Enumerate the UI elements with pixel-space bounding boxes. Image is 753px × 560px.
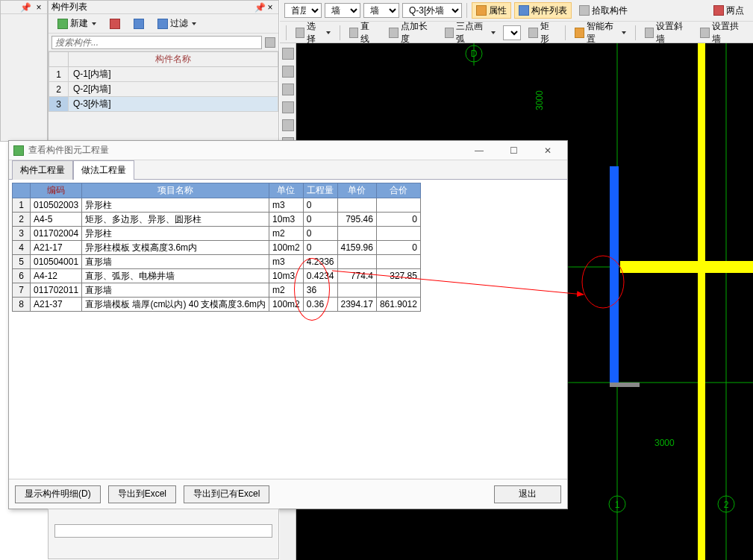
- table-row[interactable]: 1010502003异形柱m30: [13, 198, 421, 213]
- tab-component-qty[interactable]: 构件工程量: [12, 160, 73, 180]
- svg-text:3000: 3000: [534, 90, 545, 110]
- smart-layout-button[interactable]: 智能布置: [570, 25, 631, 41]
- svg-text:D: D: [471, 48, 478, 59]
- search-input[interactable]: [51, 36, 262, 49]
- left-narrow-panel: 📌 ×: [0, 0, 48, 142]
- close-icon[interactable]: ×: [34, 2, 44, 13]
- component-select[interactable]: Q-3[外墙: [402, 3, 462, 18]
- line-icon: [349, 28, 359, 38]
- table-row[interactable]: 5010504001直形墙m34.2336: [13, 255, 421, 269]
- bottom-panel-fragment: [48, 509, 279, 559]
- table-row[interactable]: 7011702011直形墙m236: [13, 283, 421, 298]
- arc3-button[interactable]: 三点画弧: [440, 25, 501, 41]
- chevron-down-icon: [92, 22, 96, 25]
- property-icon: [476, 5, 487, 16]
- maximize-button[interactable]: ☐: [499, 142, 528, 159]
- quantity-dialog: 查看构件图元工程量 — ☐ ✕ 构件工程量 做法工程量 编码 项目名称 单位 工…: [8, 140, 568, 509]
- chevron-down-icon: [326, 31, 331, 34]
- col-total: 合价: [376, 183, 420, 198]
- copy-button[interactable]: [129, 16, 149, 32]
- col-code: 编码: [31, 183, 82, 198]
- slant-icon: [645, 28, 654, 38]
- table-row[interactable]: 2A4-5矩形、多边形、异形、圆形柱10m30795.460: [13, 213, 421, 227]
- component-list-button[interactable]: 构件列表: [514, 2, 572, 19]
- tool-icon[interactable]: [282, 119, 294, 131]
- table-row[interactable]: 6A4-12直形、弧形、电梯井墙10m30.4234774.4327.85: [13, 269, 421, 283]
- panel-title: 构件列表: [51, 1, 254, 13]
- table-row[interactable]: 3011702004异形柱m20: [13, 227, 421, 241]
- filter-button[interactable]: 过滤: [153, 16, 201, 32]
- col-qty: 工程量: [303, 183, 337, 198]
- table-row[interactable]: 8A21-37直形墙模板 墙厚(cm以内) 40 支模高度3.6m内100m20…: [13, 298, 421, 312]
- attribute-button[interactable]: 属性: [472, 2, 511, 19]
- search-icon[interactable]: [265, 37, 275, 48]
- svg-rect-11: [620, 261, 753, 273]
- floor-select[interactable]: 首层: [284, 3, 322, 18]
- table-row[interactable]: 4A21-17异形柱模板 支模高度3.6m内100m204159.960: [13, 241, 421, 255]
- arc-mode-select[interactable]: [503, 25, 521, 40]
- pick-component-button[interactable]: 拾取构件: [575, 2, 632, 19]
- new-button[interactable]: 新建: [53, 16, 101, 32]
- col-price: 单价: [337, 183, 376, 198]
- arc-icon: [445, 28, 454, 38]
- chevron-down-icon: [622, 31, 626, 34]
- table-row[interactable]: 1Q-1[内墙]: [49, 67, 278, 82]
- minimize-button[interactable]: —: [464, 142, 494, 159]
- table-row[interactable]: 2Q-2[内墙]: [49, 82, 278, 97]
- delete-icon: [110, 19, 120, 29]
- svg-rect-14: [610, 166, 619, 383]
- twopoint-icon: [713, 5, 724, 16]
- svg-rect-12: [698, 43, 705, 267]
- delete-button[interactable]: [105, 16, 125, 32]
- input-stub[interactable]: [54, 524, 272, 538]
- category-b-select[interactable]: 墙: [363, 3, 399, 18]
- category-a-select[interactable]: 墙: [325, 3, 360, 18]
- arch-icon: [700, 28, 710, 38]
- slant-wall-button[interactable]: 设置斜墙: [640, 25, 693, 41]
- select-button[interactable]: 选择: [291, 25, 335, 41]
- quantity-table: 编码 项目名称 单位 工程量 单价 合价 1010502003异形柱m302A4…: [12, 183, 421, 312]
- pin-icon[interactable]: 📌: [20, 2, 31, 13]
- picker-icon: [579, 5, 590, 16]
- plus-icon: [57, 19, 68, 29]
- export-excel-button[interactable]: 导出到Excel: [108, 485, 176, 503]
- table-row[interactable]: 3Q-3[外墙]: [49, 97, 278, 112]
- component-table: 构件名称 1Q-1[内墙] 2Q-2[内墙] 3Q-3[外墙]: [49, 51, 278, 112]
- list-icon: [519, 5, 529, 16]
- export-existing-excel-button[interactable]: 导出到已有Excel: [184, 485, 269, 503]
- copy-icon: [134, 19, 144, 29]
- extend-button[interactable]: 点加长度: [384, 25, 437, 41]
- component-list-panel: 构件列表 📌 × 新建 过滤 构件名称 1Q-1[内墙] 2Q-2[内墙] 3Q…: [48, 0, 279, 142]
- svg-text:2: 2: [724, 500, 729, 510]
- chevron-down-icon: [192, 22, 196, 25]
- extend-icon: [389, 28, 399, 38]
- tool-icon[interactable]: [282, 66, 294, 78]
- tab-method-qty[interactable]: 做法工程量: [73, 160, 134, 180]
- exit-button[interactable]: 退出: [494, 485, 561, 503]
- tool-icon[interactable]: [282, 84, 294, 95]
- svg-text:3000: 3000: [654, 438, 675, 448]
- col-name: 项目名称: [82, 183, 269, 198]
- two-point-button[interactable]: 两点: [709, 2, 749, 19]
- show-detail-button[interactable]: 显示构件明细(D): [15, 485, 101, 503]
- smart-icon: [575, 28, 584, 38]
- col-unit: 单位: [269, 183, 304, 198]
- rect-icon: [528, 28, 538, 38]
- chevron-down-icon: [491, 31, 496, 34]
- close-icon[interactable]: ×: [265, 2, 275, 13]
- svg-rect-13: [698, 267, 705, 560]
- rect-button[interactable]: 矩形: [524, 25, 560, 41]
- dialog-title: 查看构件图元工程量: [28, 144, 460, 157]
- col-name: 构件名称: [69, 52, 278, 67]
- funnel-icon: [157, 19, 168, 29]
- line-button[interactable]: 直线: [345, 25, 381, 41]
- arch-wall-button[interactable]: 设置拱墙: [696, 25, 749, 41]
- svg-rect-15: [610, 383, 640, 387]
- tool-icon[interactable]: [282, 48, 294, 60]
- cursor-icon: [296, 28, 304, 38]
- app-icon: [13, 145, 24, 156]
- pin-icon[interactable]: 📌: [254, 2, 265, 13]
- tool-icon[interactable]: [282, 101, 294, 113]
- close-button[interactable]: ✕: [533, 142, 563, 159]
- top-toolbar: 首层 墙 墙 Q-3[外墙 属性 构件列表 拾取构件 两点 选择 直线 点加长度…: [280, 0, 753, 43]
